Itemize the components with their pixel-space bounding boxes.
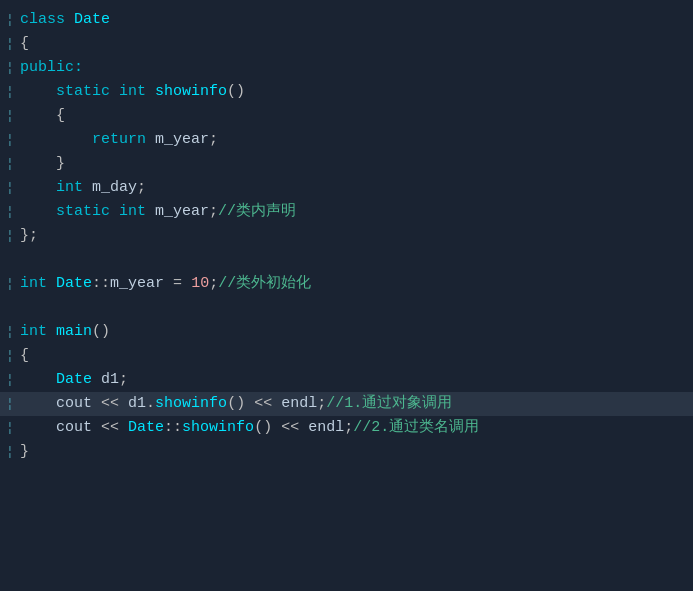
token-classname: Date xyxy=(56,272,92,296)
token-punc: { xyxy=(20,344,29,368)
code-line xyxy=(0,296,693,320)
token-classname: Date xyxy=(128,416,164,440)
token-fn: showinfo xyxy=(155,392,227,416)
code-line: ¦ return m_year; xyxy=(0,128,693,152)
gutter-marker: ¦ xyxy=(4,104,16,128)
gutter-marker: ¦ xyxy=(4,344,16,368)
code-line: ¦public: xyxy=(0,56,693,80)
token-plain xyxy=(164,272,173,296)
token-classname: Date xyxy=(56,368,92,392)
token-punc: ; xyxy=(137,176,146,200)
token-id: m_day xyxy=(92,176,137,200)
token-punc: ; xyxy=(209,200,218,224)
token-op: << xyxy=(101,416,119,440)
token-punc: { xyxy=(20,32,29,56)
token-plain xyxy=(92,392,101,416)
token-scope: :: xyxy=(164,416,182,440)
token-plain xyxy=(119,392,128,416)
token-punc: () xyxy=(254,416,272,440)
token-plain xyxy=(272,416,281,440)
token-plain xyxy=(182,272,191,296)
token-kw: int xyxy=(20,272,47,296)
code-line: ¦{ xyxy=(0,32,693,56)
token-fn: showinfo xyxy=(155,80,227,104)
token-plain xyxy=(92,416,101,440)
gutter-marker: ¦ xyxy=(4,8,16,32)
token-punc: } xyxy=(20,440,29,464)
token-num: 10 xyxy=(191,272,209,296)
token-plain xyxy=(47,272,56,296)
token-plain xyxy=(146,128,155,152)
token-fn: showinfo xyxy=(182,416,254,440)
indent xyxy=(20,416,56,440)
token-kw: public: xyxy=(20,56,83,80)
token-kw: int xyxy=(119,200,146,224)
code-line: ¦ cout << Date::showinfo() << endl;//2.通… xyxy=(0,416,693,440)
gutter-marker: ¦ xyxy=(4,224,16,248)
token-punc: ; xyxy=(317,392,326,416)
token-punc: . xyxy=(146,392,155,416)
token-plain xyxy=(299,416,308,440)
token-plain xyxy=(65,8,74,32)
token-id: endl xyxy=(308,416,344,440)
indent xyxy=(20,392,56,416)
gutter-marker: ¦ xyxy=(4,392,16,416)
code-line: ¦ static int showinfo() xyxy=(0,80,693,104)
gutter-marker: ¦ xyxy=(4,80,16,104)
token-id: endl xyxy=(281,392,317,416)
code-line: ¦ } xyxy=(0,152,693,176)
gutter-marker: ¦ xyxy=(4,32,16,56)
token-id: cout xyxy=(56,392,92,416)
gutter-marker: ¦ xyxy=(4,320,16,344)
token-op: << xyxy=(254,392,272,416)
token-id: cout xyxy=(56,416,92,440)
token-plain xyxy=(146,200,155,224)
gutter-marker: ¦ xyxy=(4,200,16,224)
token-punc: } xyxy=(56,152,65,176)
token-punc: () xyxy=(227,80,245,104)
token-kw: int xyxy=(56,176,83,200)
token-comment: //1.通过对象调用 xyxy=(326,392,452,416)
token-plain xyxy=(83,176,92,200)
code-line: ¦ { xyxy=(0,104,693,128)
token-kw: int xyxy=(119,80,146,104)
indent xyxy=(20,128,92,152)
token-kw: return xyxy=(92,128,146,152)
gutter-marker: ¦ xyxy=(4,368,16,392)
token-plain xyxy=(119,416,128,440)
indent xyxy=(20,176,56,200)
token-plain xyxy=(92,368,101,392)
code-line: ¦{ xyxy=(0,344,693,368)
code-line: ¦int main() xyxy=(0,320,693,344)
code-line xyxy=(0,248,693,272)
gutter-marker: ¦ xyxy=(4,56,16,80)
token-kw: int xyxy=(20,320,47,344)
token-punc: () xyxy=(227,392,245,416)
code-line: ¦} xyxy=(0,440,693,464)
code-block: ¦class Date¦{¦public:¦ static int showin… xyxy=(0,8,693,464)
code-line: ¦ static int m_year;//类内声明 xyxy=(0,200,693,224)
token-id: m_year xyxy=(155,200,209,224)
token-plain xyxy=(272,392,281,416)
gutter-marker xyxy=(4,296,16,320)
token-plain xyxy=(110,200,119,224)
token-comment: //类内声明 xyxy=(218,200,296,224)
token-plain xyxy=(47,320,56,344)
token-id: m_year xyxy=(155,128,209,152)
token-op: << xyxy=(101,392,119,416)
gutter-marker: ¦ xyxy=(4,128,16,152)
token-kw: class xyxy=(20,8,65,32)
token-punc: ; xyxy=(344,416,353,440)
token-plain xyxy=(110,80,119,104)
token-kw: static xyxy=(56,80,110,104)
token-plain xyxy=(146,80,155,104)
token-punc: () xyxy=(92,320,110,344)
token-punc: ; xyxy=(209,128,218,152)
code-line: ¦}; xyxy=(0,224,693,248)
indent xyxy=(20,200,56,224)
token-comment: //类外初始化 xyxy=(218,272,311,296)
gutter-marker: ¦ xyxy=(4,152,16,176)
code-line: ¦ cout << d1.showinfo() << endl;//1.通过对象… xyxy=(0,392,693,416)
indent xyxy=(20,152,56,176)
token-id: d1 xyxy=(128,392,146,416)
